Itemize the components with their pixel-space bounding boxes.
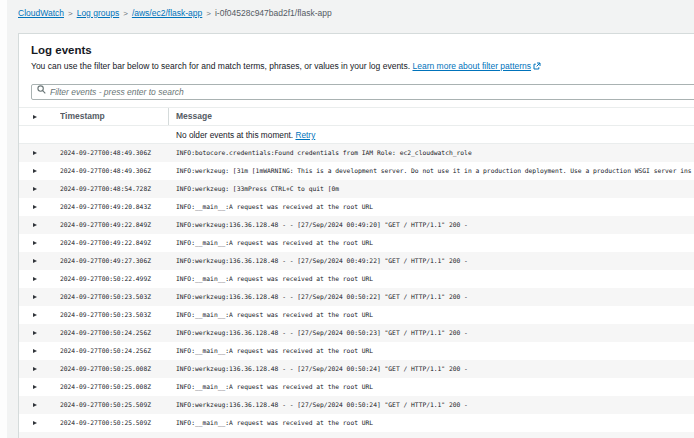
log-timestamp: 2024-09-27T00:48:49.306Z <box>60 162 168 180</box>
expand-row-cell[interactable] <box>19 162 60 180</box>
expand-row-icon[interactable] <box>33 169 37 173</box>
log-event-row[interactable]: 2024-09-27T00:50:25.509Z INFO:werkzeug:1… <box>19 396 694 414</box>
log-timestamp: 2024-09-27T00:50:23.503Z <box>60 306 168 324</box>
table-header-row: Timestamp Message <box>19 108 694 126</box>
log-event-row[interactable]: 2024-09-27T00:49:27.306Z INFO:werkzeug:1… <box>19 252 694 270</box>
expand-row-icon[interactable] <box>33 259 37 263</box>
log-message: INFO:werkzeug:136.36.128.48 - - [27/Sep/… <box>168 360 694 378</box>
expand-row-cell[interactable] <box>19 252 60 270</box>
breadcrumb-separator-icon: > <box>206 9 211 18</box>
expand-row-cell[interactable] <box>19 324 60 342</box>
expand-row-cell[interactable] <box>19 270 60 288</box>
expand-row-icon[interactable] <box>33 187 37 191</box>
log-timestamp: 2024-09-27T00:48:54.728Z <box>60 180 168 198</box>
expand-row-cell[interactable] <box>19 198 60 216</box>
breadcrumb-separator-icon: > <box>68 9 73 18</box>
expand-row-icon[interactable] <box>33 385 37 389</box>
expand-row-cell[interactable] <box>19 288 60 306</box>
log-message: INFO:werkzeug:136.36.128.48 - - [27/Sep/… <box>168 432 694 438</box>
no-older-events-row: No older events at this moment. Retry <box>19 126 694 144</box>
empty-arrow-cell <box>19 126 60 143</box>
column-header-message[interactable]: Message <box>168 108 694 125</box>
breadcrumb-item[interactable]: CloudWatch <box>18 8 64 18</box>
expand-row-icon[interactable] <box>33 403 37 407</box>
page-title: Log events <box>31 44 694 56</box>
search-icon <box>37 85 46 94</box>
breadcrumb-item: i-0f04528c947bad2f1/flask-app <box>215 8 332 18</box>
expand-row-cell[interactable] <box>19 234 60 252</box>
log-event-row[interactable]: 2024-09-27T00:48:49.306Z INFO:botocore.c… <box>19 144 694 162</box>
expand-row-icon[interactable] <box>33 223 37 227</box>
expand-row-icon[interactable] <box>33 349 37 353</box>
log-event-row[interactable]: 2024-09-27T00:50:26.260Z INFO:werkzeug:1… <box>19 432 694 438</box>
external-link-icon <box>533 62 541 70</box>
log-timestamp: 2024-09-27T00:50:25.008Z <box>60 378 168 396</box>
retry-link[interactable]: Retry <box>295 130 315 140</box>
expand-all-icon[interactable] <box>33 115 37 119</box>
expand-row-icon[interactable] <box>33 313 37 317</box>
expand-row-cell[interactable] <box>19 378 60 396</box>
expand-row-icon[interactable] <box>33 331 37 335</box>
expand-row-cell[interactable] <box>19 432 60 438</box>
log-timestamp: 2024-09-27T00:50:25.008Z <box>60 360 168 378</box>
log-timestamp: 2024-09-27T00:50:24.256Z <box>60 342 168 360</box>
breadcrumb-item[interactable]: /aws/ec2/flask-app <box>132 8 202 18</box>
breadcrumb-separator-icon: > <box>123 9 128 18</box>
log-event-row[interactable]: 2024-09-27T00:50:23.503Z INFO:__main__:A… <box>19 306 694 324</box>
filter-events-input[interactable] <box>31 84 694 100</box>
no-older-events-text: No older events at this moment. <box>176 130 293 140</box>
log-event-row[interactable]: 2024-09-27T00:50:25.008Z INFO:__main__:A… <box>19 378 694 396</box>
log-event-row[interactable]: 2024-09-27T00:48:49.306Z INFO:werkzeug: … <box>19 162 694 180</box>
log-event-row[interactable]: 2024-09-27T00:49:22.849Z INFO:__main__:A… <box>19 234 694 252</box>
log-rows-container: 2024-09-27T00:48:49.306Z INFO:botocore.c… <box>19 144 694 438</box>
log-message: INFO:werkzeug:136.36.128.48 - - [27/Sep/… <box>168 216 694 234</box>
log-timestamp: 2024-09-27T00:50:25.509Z <box>60 396 168 414</box>
log-message: INFO:__main__:A request was received at … <box>168 198 694 216</box>
expand-row-icon[interactable] <box>33 295 37 299</box>
learn-more-label: Learn more about filter patterns <box>412 61 531 71</box>
log-event-row[interactable]: 2024-09-27T00:48:54.728Z INFO:werkzeug: … <box>19 180 694 198</box>
log-timestamp: 2024-09-27T00:49:22.849Z <box>60 234 168 252</box>
log-event-row[interactable]: 2024-09-27T00:50:22.499Z INFO:__main__:A… <box>19 270 694 288</box>
log-event-row[interactable]: 2024-09-27T00:50:23.503Z INFO:werkzeug:1… <box>19 288 694 306</box>
panel-description: You can use the filter bar below to sear… <box>31 61 694 71</box>
expand-row-cell[interactable] <box>19 306 60 324</box>
expand-row-cell[interactable] <box>19 414 60 432</box>
expand-row-icon[interactable] <box>33 367 37 371</box>
log-event-row[interactable]: 2024-09-27T00:50:24.256Z INFO:werkzeug:1… <box>19 324 694 342</box>
expand-row-icon[interactable] <box>33 241 37 245</box>
breadcrumb-item[interactable]: Log groups <box>77 8 120 18</box>
log-message: INFO:werkzeug: [33mPress CTRL+C to quit … <box>168 180 694 198</box>
expand-row-cell[interactable] <box>19 342 60 360</box>
log-event-row[interactable]: 2024-09-27T00:50:25.008Z INFO:werkzeug:1… <box>19 360 694 378</box>
expand-row-icon[interactable] <box>33 421 37 425</box>
description-text: You can use the filter bar below to sear… <box>31 61 410 71</box>
log-event-row[interactable]: 2024-09-27T00:50:25.509Z INFO:__main__:A… <box>19 414 694 432</box>
expand-row-icon[interactable] <box>33 151 37 155</box>
expand-all-cell[interactable] <box>19 108 60 125</box>
log-event-row[interactable]: 2024-09-27T00:50:24.256Z INFO:__main__:A… <box>19 342 694 360</box>
log-timestamp: 2024-09-27T00:49:22.849Z <box>60 216 168 234</box>
expand-row-cell[interactable] <box>19 144 60 162</box>
log-timestamp: 2024-09-27T00:50:26.260Z <box>60 432 168 438</box>
breadcrumb: CloudWatch>Log groups>/aws/ec2/flask-app… <box>18 8 332 18</box>
filter-bar <box>31 81 694 100</box>
column-header-timestamp[interactable]: Timestamp <box>60 108 168 125</box>
log-message: INFO:__main__:A request was received at … <box>168 378 694 396</box>
log-timestamp: 2024-09-27T00:50:22.499Z <box>60 270 168 288</box>
log-message: INFO:__main__:A request was received at … <box>168 270 694 288</box>
log-event-row[interactable]: 2024-09-27T00:49:20.843Z INFO:__main__:A… <box>19 198 694 216</box>
log-message: INFO:werkzeug: [31m [1mWARNING: This is … <box>168 162 694 180</box>
expand-row-cell[interactable] <box>19 360 60 378</box>
learn-more-link[interactable]: Learn more about filter patterns <box>412 61 541 71</box>
log-event-row[interactable]: 2024-09-27T00:49:22.849Z INFO:werkzeug:1… <box>19 216 694 234</box>
expand-row-cell[interactable] <box>19 396 60 414</box>
expand-row-icon[interactable] <box>33 205 37 209</box>
expand-row-cell[interactable] <box>19 180 60 198</box>
expand-row-cell[interactable] <box>19 216 60 234</box>
log-message: INFO:werkzeug:136.36.128.48 - - [27/Sep/… <box>168 288 694 306</box>
log-message: INFO:__main__:A request was received at … <box>168 234 694 252</box>
log-timestamp: 2024-09-27T00:50:23.503Z <box>60 288 168 306</box>
expand-row-icon[interactable] <box>33 277 37 281</box>
log-timestamp: 2024-09-27T00:49:27.306Z <box>60 252 168 270</box>
